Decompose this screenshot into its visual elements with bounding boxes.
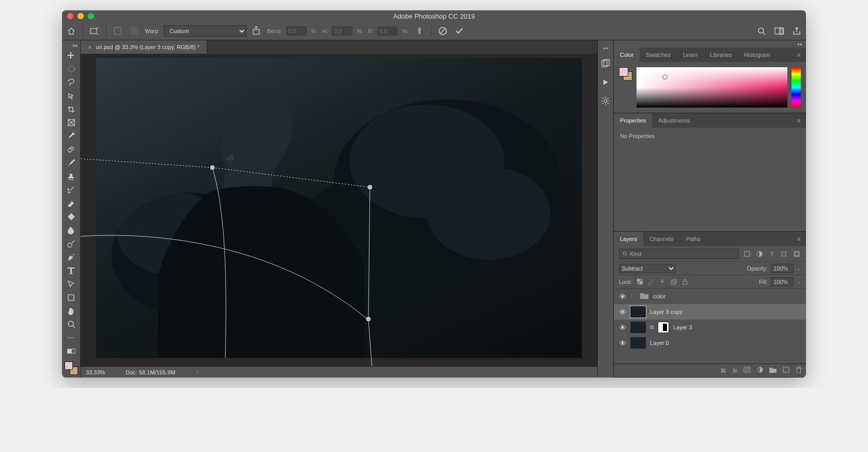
chevron-down-icon[interactable]: ⌄ (797, 266, 801, 271)
cancel-transform-button[interactable] (437, 25, 449, 37)
layer-name[interactable]: color (653, 293, 665, 299)
pen-tool[interactable] (65, 251, 78, 263)
color-spectrum[interactable] (637, 67, 787, 108)
group-icon[interactable] (769, 367, 777, 374)
tab-histogram[interactable]: Histogram (738, 48, 776, 62)
lock-image-icon[interactable] (647, 278, 655, 286)
tab-properties[interactable]: Properties (614, 113, 652, 128)
collapse-tools-icon[interactable]: ▸▸ (73, 42, 80, 48)
fx-icon[interactable]: fx (733, 367, 737, 374)
brush-tool[interactable] (65, 157, 78, 169)
fill-value[interactable]: 100% (771, 277, 794, 287)
layer-name[interactable]: Layer 0 (650, 340, 669, 346)
foreground-swatch[interactable] (65, 361, 73, 370)
lock-transparent-icon[interactable] (636, 278, 644, 286)
chevron-right-icon[interactable]: 〉 (630, 293, 636, 300)
hue-bar[interactable] (792, 67, 801, 108)
tab-color[interactable]: Color (614, 48, 640, 62)
panel-menu-icon[interactable]: ≡ (792, 232, 806, 246)
layer-thumbnail[interactable] (630, 322, 646, 333)
marquee-tool[interactable] (65, 63, 78, 75)
maximize-window-button[interactable] (88, 13, 94, 19)
warp-orientation-icon[interactable] (251, 25, 263, 37)
layer-name[interactable]: Layer 3 (673, 324, 692, 330)
warp-grid-icon[interactable] (128, 25, 141, 37)
move-tool[interactable] (65, 49, 78, 62)
shape-tool[interactable] (65, 291, 78, 304)
warp-preset-select[interactable]: Custom (164, 25, 246, 37)
link-icon[interactable]: ⧉ (650, 324, 654, 330)
visibility-icon[interactable] (619, 325, 626, 330)
screen-mode-icon[interactable] (773, 25, 785, 37)
tab-libraries[interactable]: Libraries (704, 48, 738, 62)
doc-size[interactable]: Doc: 58.1M/165.9M (126, 369, 175, 375)
puppet-icon[interactable] (413, 25, 426, 37)
hand-tool[interactable] (65, 305, 78, 317)
h-value[interactable]: 0.0 (332, 26, 352, 36)
transform-mode-icon[interactable] (88, 25, 101, 37)
grid3x3-icon[interactable] (112, 25, 124, 37)
visibility-icon[interactable] (619, 309, 626, 314)
trash-icon[interactable] (796, 367, 802, 375)
bend-value[interactable]: 0.0 (286, 26, 307, 36)
lock-position-icon[interactable] (658, 278, 667, 286)
collapse-right-icon[interactable]: ▸▸ (614, 40, 806, 48)
eyedropper-tool[interactable] (65, 130, 78, 142)
filter-adjust-icon[interactable] (755, 250, 764, 258)
panel-menu-icon[interactable]: ≡ (792, 48, 806, 62)
layer-row[interactable]: ⧉ Layer 3 (614, 320, 806, 335)
quick-select-tool[interactable] (65, 89, 78, 102)
share-icon[interactable] (791, 25, 803, 37)
link-layers-icon[interactable]: ⌘ (720, 367, 726, 374)
type-tool[interactable] (65, 264, 78, 277)
path-select-tool[interactable] (65, 278, 78, 290)
chevron-down-icon[interactable]: ⌄ (797, 279, 801, 284)
lock-all-icon[interactable] (681, 278, 689, 286)
layer-name[interactable]: Layer 3 copy (650, 309, 683, 315)
crop-tool[interactable] (65, 103, 78, 115)
tab-swatches[interactable]: Swatches (640, 48, 677, 62)
canvas-area[interactable] (81, 54, 597, 366)
visibility-icon[interactable] (619, 340, 626, 345)
lasso-tool[interactable] (65, 76, 78, 88)
actions-panel-icon[interactable] (602, 79, 609, 88)
layer-row[interactable]: Layer 3 copy (614, 304, 806, 320)
dodge-tool[interactable] (65, 237, 78, 250)
status-chevron-icon[interactable]: 〉 (196, 368, 202, 376)
close-tab-icon[interactable]: × (88, 43, 92, 51)
filter-type-icon[interactable]: T (768, 250, 776, 258)
layer-thumbnail[interactable] (630, 306, 646, 318)
filter-kind-select[interactable]: Kind (619, 249, 739, 259)
blend-mode-select[interactable]: Subtract (619, 264, 676, 273)
add-mask-icon[interactable] (743, 367, 751, 374)
stamp-tool[interactable] (65, 170, 78, 183)
document-tab[interactable]: × un.psd @ 33.3% (Layer 3 copy, RGB/8) * (81, 40, 207, 54)
tab-layers[interactable]: Layers (614, 232, 643, 246)
commit-transform-button[interactable] (453, 25, 466, 37)
gradient-tool[interactable] (65, 210, 78, 223)
color-swatch-pair[interactable] (619, 67, 632, 81)
close-window-button[interactable] (67, 13, 73, 19)
eraser-tool[interactable] (65, 197, 78, 209)
history-brush-tool[interactable] (65, 184, 78, 196)
minimize-window-button[interactable] (78, 13, 84, 19)
opacity-value[interactable]: 100% (771, 264, 794, 273)
zoom-level[interactable]: 33.33% (86, 369, 105, 375)
v-value[interactable]: 0.0 (377, 26, 398, 36)
zoom-tool[interactable] (65, 318, 78, 330)
visibility-icon[interactable] (619, 294, 626, 299)
filter-shape-icon[interactable] (780, 250, 788, 258)
healing-tool[interactable] (65, 143, 78, 156)
adjustment-layer-icon[interactable] (757, 367, 763, 374)
collapse-left-icon[interactable]: ◂◂ (603, 46, 608, 51)
color-swatches[interactable] (65, 361, 78, 375)
history-panel-icon[interactable] (601, 59, 610, 70)
canvas[interactable] (96, 58, 582, 358)
layer-row[interactable]: 〉 color (614, 289, 806, 304)
layer-row[interactable]: Layer 0 (614, 335, 806, 351)
lock-nested-icon[interactable] (670, 278, 678, 286)
panel-menu-icon[interactable]: ≡ (792, 113, 806, 128)
layer-thumbnail[interactable] (630, 337, 646, 349)
new-layer-icon[interactable] (783, 367, 789, 374)
tab-adjustments[interactable]: Adjustments (652, 113, 696, 128)
